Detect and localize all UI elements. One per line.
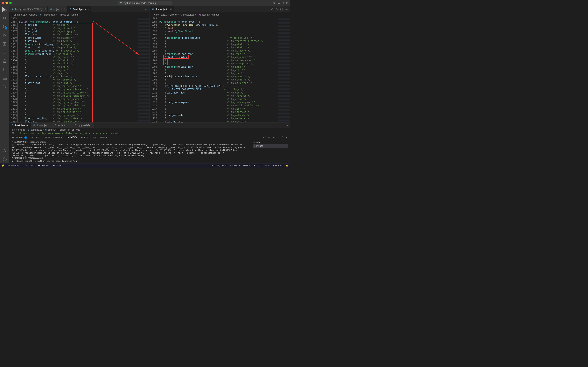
more-panel-actions-icon[interactable]: ⋯ <box>277 136 279 139</box>
code-line[interactable]: 0, /* tp_members */ <box>160 117 278 120</box>
code-line[interactable]: 0, /* nb_lshift */ <box>19 59 138 62</box>
eol-status[interactable]: LF <box>252 164 255 167</box>
code-lines[interactable]: static PyNumberMethods float_as_number =… <box>19 17 138 123</box>
code-editor-left[interactable]: 1853185418551856185718581859186018611862… <box>9 17 150 123</box>
code-line[interactable]: float_float, /* nb_positive */ <box>19 46 138 49</box>
code-line[interactable]: 0, /* tp_iter */ <box>160 107 278 111</box>
breadcrumb-item[interactable]: Python-3.11.7 <box>153 13 168 16</box>
code-line[interactable]: 0, /* tp_as_buffer */ <box>160 82 278 85</box>
notifications-icon[interactable]: 🔔 <box>286 164 288 167</box>
code-line[interactable]: 0, /* nb_and */ <box>19 65 138 69</box>
code-line[interactable]: static PyNumberMethods float_as_number =… <box>19 20 138 24</box>
minimap-right[interactable] <box>278 17 290 123</box>
toggle-primary-sidebar-icon[interactable]: ▣ <box>273 1 275 4</box>
indentation-status[interactable]: Spaces: 4 <box>230 164 240 167</box>
code-line[interactable]: 0, /* tp_as_async */ <box>160 49 278 52</box>
code-line[interactable]: float_methods, /* tp_methods */ <box>160 114 278 117</box>
breadcrumb-item[interactable]: C floatobject.c <box>180 13 196 16</box>
code-line[interactable]: 0, /* nb_inplace_add */ <box>19 84 138 88</box>
customize-layout-icon[interactable]: ⊞ <box>286 1 288 4</box>
maximize-window-button[interactable] <box>9 2 12 4</box>
editor-tab[interactable]: Cfloatobject.c× <box>67 6 91 12</box>
new-terminal-icon[interactable]: ＋˅ <box>262 136 266 139</box>
split-editor-icon[interactable]: ▯▯ <box>280 8 283 11</box>
accounts-icon[interactable] <box>2 149 7 153</box>
code-line[interactable]: float_pow, /* nb_power */ <box>19 40 138 43</box>
code-line[interactable]: float_rem, /* nb_remainder */ <box>19 33 138 36</box>
code-line[interactable]: float_mul, /* nb_multiply */ <box>19 30 138 33</box>
terminal-shell-item[interactable]: ⌾ Python <box>253 144 288 148</box>
breadcrumb-item[interactable]: Python-3.11.7 <box>12 13 27 16</box>
code-line[interactable]: float_float, /* nb_float */ <box>19 82 138 85</box>
code-line[interactable]: 0, /* nb_inplace_rshift */ <box>19 104 138 107</box>
code-line[interactable]: 0, /* tp_weaklistoffset */ <box>160 104 278 107</box>
bottom-breadcrumbs[interactable]: dist › include › C python3.11 › C object… <box>9 128 290 132</box>
terminal-output[interactable]: 打印对象的类型: mappingproxy {'__module__': 'co… <box>9 140 251 163</box>
code-line[interactable]: sizeof(PyFloatObject), <box>160 30 278 33</box>
problems-tab[interactable]: PROBLEMS 1 <box>12 136 27 139</box>
breadcrumbs-left[interactable]: Python-3.11.7 › Objects › C floatobject.… <box>9 13 150 17</box>
remote-explorer-icon[interactable] <box>2 50 7 55</box>
code-line[interactable]: 0, /* tp_vectorcall_offset */ <box>160 40 278 43</box>
breadcrumb-item[interactable]: [∘] float_as_number <box>58 13 79 16</box>
code-line[interactable]: (reprfunc)float_repr, /* tp_repr */ <box>160 52 278 56</box>
code-line[interactable]: 0, /* tp_as_mapping */ <box>160 62 278 65</box>
more-actions-icon[interactable]: ⋯ <box>285 8 288 11</box>
more-actions-icon[interactable]: ⋯ <box>145 8 148 11</box>
code-line[interactable]: float_new__doc__, /* tp_doc */ <box>160 91 278 94</box>
code-line[interactable]: 0, /* nb_inplace_lshift */ <box>19 101 138 104</box>
editor-tab[interactable]: Cfloatobject.h <box>31 123 52 128</box>
problems-status[interactable]: ⊘ 0 ⚠ 0 <box>26 164 35 167</box>
database-icon[interactable] <box>2 67 7 72</box>
nav-forward-icon[interactable]: → <box>93 1 96 4</box>
cursor-position[interactable]: Ln 1866, Col 40 <box>211 164 227 167</box>
breadcrumb-item[interactable]: _object <box>59 128 66 131</box>
code-line[interactable]: float_div, /* nb_true_divide */ <box>19 120 138 123</box>
code-line[interactable]: 0, /* nb_xor */ <box>19 69 138 72</box>
code-line[interactable]: 0, <box>160 33 278 36</box>
code-line[interactable]: 0, /* nb_reserved */ <box>19 78 138 82</box>
breadcrumb-item[interactable]: include <box>18 128 25 131</box>
code-line[interactable]: float_sub, /* nb_subtract */ <box>19 27 138 30</box>
close-tab-icon[interactable]: × <box>170 8 172 11</box>
code-line[interactable]: 0, /* tp_getattr */ <box>160 43 278 46</box>
code-line[interactable]: (unaryfunc)float_abs, /* nb_absolute */ <box>19 49 138 52</box>
split-terminal-icon[interactable]: ▯▯ <box>268 136 270 139</box>
settings-icon[interactable]: ⚙ <box>276 8 278 11</box>
editor-tab[interactable]: ⬢05.pyTypeObject对象.pyU <box>9 6 48 12</box>
code-line[interactable]: 0, /* nb_or */ <box>19 72 138 75</box>
code-line[interactable]: 0, /* tp_as_sequence */ <box>160 59 278 62</box>
code-line[interactable]: 0, /* nb_inplace_remainder */ <box>19 94 138 98</box>
code-line[interactable]: (destructor)float_dealloc, /* tp_dealloc… <box>160 36 278 40</box>
code-line[interactable] <box>19 17 138 20</box>
editor-tab[interactable]: Cobject.h× <box>52 123 72 128</box>
editor-tab[interactable]: Cfloatobject.c <box>9 123 31 128</box>
codegen-icon[interactable] <box>2 84 7 89</box>
code-line[interactable]: 0, /* nb_inplace_and */ <box>19 107 138 111</box>
breadcrumb-item[interactable]: Objects <box>169 13 177 16</box>
close-tab-icon[interactable]: × <box>68 124 70 127</box>
breadcrumb-item[interactable]: C floatobject.c <box>40 13 55 16</box>
json-icon[interactable]: Json <box>2 76 7 81</box>
run-debug-icon[interactable] <box>2 33 7 38</box>
output-tab[interactable]: OUTPUT <box>31 136 40 139</box>
code-line[interactable]: PyVarObject_HEAD_INIT(&PyType_Type, 0) <box>160 23 278 27</box>
code-line[interactable]: PyObject_GenericGetAttr, /* tp_getattro … <box>160 75 278 78</box>
explorer-icon[interactable] <box>2 7 7 12</box>
minimap-left[interactable] <box>138 17 150 123</box>
breadcrumb-item[interactable]: C python3.11 <box>27 128 42 131</box>
code-line[interactable]: _Py_TPFLAGS_MATCH_SELF, /* tp_flags */ <box>160 88 278 91</box>
code-line[interactable]: 0, /* tp_clear */ <box>160 98 278 101</box>
code-lines[interactable]: PyTypeObject PyFloat_Type = { PyVarObjec… <box>160 17 278 123</box>
encoding-status[interactable]: UTF-8 <box>243 164 250 167</box>
breadcrumb-item[interactable]: [∘] float_as_number <box>198 13 219 16</box>
code-line[interactable]: Py_TPFLAGS_DEFAULT | Py_TPFLAGS_BASETYPE… <box>160 84 278 88</box>
code-line[interactable]: 0, /* tp_iternext */ <box>160 110 278 114</box>
code-line[interactable]: 0, /* tp_str */ <box>160 72 278 75</box>
breadcrumbs-right[interactable]: Python-3.11.7 › Objects › C floatobject.… <box>150 13 290 17</box>
close-tab-icon[interactable]: × <box>87 8 89 11</box>
sync-button[interactable]: ↻ <box>21 164 23 167</box>
breadcrumb-item[interactable]: C object.h <box>44 128 56 131</box>
extensions-icon[interactable] <box>2 42 7 46</box>
os-indicator[interactable]: Mac <box>265 164 270 167</box>
